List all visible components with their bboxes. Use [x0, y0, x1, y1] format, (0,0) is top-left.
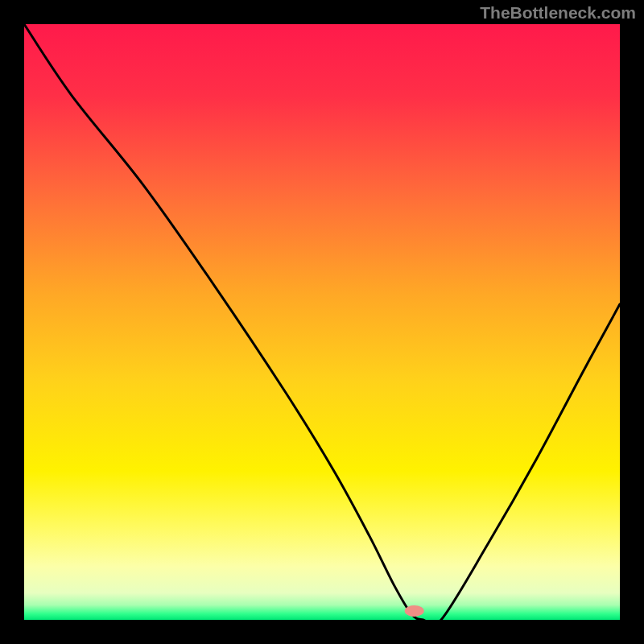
optimal-point-marker: [405, 605, 424, 617]
chart-stage: TheBottleneck.com: [0, 0, 644, 644]
plot-background: [24, 24, 620, 620]
bottleneck-chart: [0, 0, 644, 644]
watermark-text: TheBottleneck.com: [480, 3, 636, 23]
